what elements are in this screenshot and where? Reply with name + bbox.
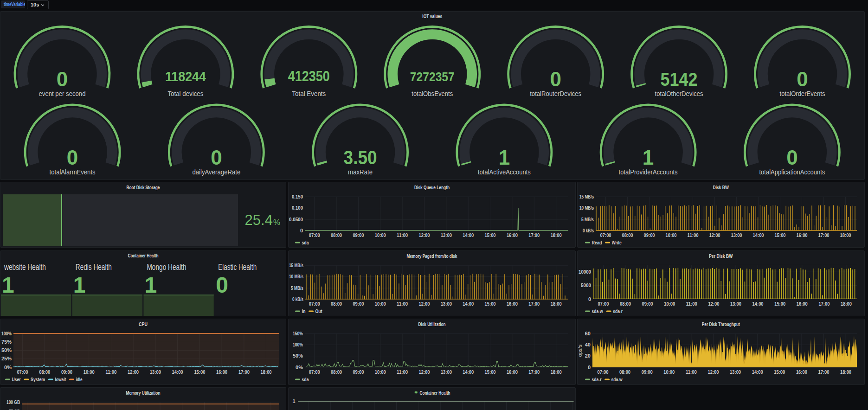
svg-text:website Health: website Health <box>4 263 46 272</box>
svg-text:11:00: 11:00 <box>397 301 408 307</box>
svg-text:11:00: 11:00 <box>105 369 116 375</box>
svg-text:10:00: 10:00 <box>663 369 675 375</box>
svg-text:14:00: 14:00 <box>463 369 474 375</box>
svg-text:0.0500: 0.0500 <box>289 217 303 222</box>
svg-text:0: 0 <box>57 68 68 90</box>
svg-text:0.100: 0.100 <box>292 205 303 211</box>
svg-text:17:00: 17:00 <box>238 369 250 375</box>
svg-text:totalActiveAccounts: totalActiveAccounts <box>478 168 531 176</box>
svg-text:Disk Utilization: Disk Utilization <box>418 321 445 327</box>
svg-text:0: 0 <box>300 228 302 233</box>
svg-text:1: 1 <box>499 146 510 169</box>
svg-text:sda-w: sda-w <box>611 377 623 382</box>
svg-text:3.50: 3.50 <box>344 147 377 168</box>
svg-text:15:00: 15:00 <box>484 301 495 307</box>
svg-text:50%: 50% <box>1 347 12 353</box>
svg-text:13:00: 13:00 <box>150 369 161 375</box>
svg-text:14:00: 14:00 <box>172 369 183 375</box>
svg-text:11:00: 11:00 <box>397 369 408 375</box>
svg-text:Per Disk Throughput: Per Disk Throughput <box>702 321 740 327</box>
svg-text:09:00: 09:00 <box>642 301 653 307</box>
svg-text:Total Events: Total Events <box>292 90 326 97</box>
svg-text:40: 40 <box>585 342 591 347</box>
svg-text:Per Disk BW: Per Disk BW <box>709 253 733 259</box>
svg-text:Write: Write <box>612 240 622 245</box>
svg-text:10 MB/s: 10 MB/s <box>289 274 303 279</box>
svg-text:maxRate: maxRate <box>348 168 373 176</box>
svg-text:In: In <box>302 308 305 314</box>
svg-text:totalRouterDevices: totalRouterDevices <box>530 90 581 97</box>
svg-text:1: 1 <box>292 398 295 404</box>
svg-text:Mongo Health: Mongo Health <box>147 263 186 272</box>
svg-text:412350: 412350 <box>288 68 330 84</box>
svg-text:Container Health: Container Health <box>128 253 159 258</box>
svg-text:totalObsEvents: totalObsEvents <box>411 90 453 97</box>
svg-text:15:00: 15:00 <box>774 301 785 307</box>
svg-text:07:00: 07:00 <box>17 369 28 375</box>
svg-text:11:00: 11:00 <box>686 369 697 375</box>
svg-text:10:00: 10:00 <box>84 369 95 375</box>
svg-text:08:00: 08:00 <box>39 369 50 375</box>
svg-text:10:00: 10:00 <box>664 301 675 307</box>
svg-text:15:00: 15:00 <box>775 232 786 238</box>
svg-text:07:00: 07:00 <box>600 232 611 238</box>
svg-text:16:00: 16:00 <box>216 369 227 375</box>
svg-text:1: 1 <box>643 146 654 169</box>
svg-text:7272357: 7272357 <box>410 70 455 84</box>
svg-text:Root Disk Storage: Root Disk Storage <box>127 185 160 190</box>
svg-text:0: 0 <box>588 296 591 302</box>
svg-text:1: 1 <box>73 273 86 297</box>
svg-text:0: 0 <box>211 146 222 169</box>
svg-text:0: 0 <box>216 273 228 297</box>
svg-text:Memory Paged from/to disk: Memory Paged from/to disk <box>406 253 457 259</box>
svg-text:25.4%: 25.4% <box>245 212 280 228</box>
svg-text:12:00: 12:00 <box>418 232 430 238</box>
svg-text:0: 0 <box>67 146 78 169</box>
svg-text:0: 0 <box>550 68 561 90</box>
svg-text:System: System <box>31 377 45 382</box>
svg-text:10000: 10000 <box>579 269 591 275</box>
svg-text:totalOtherDevices: totalOtherDevices <box>655 90 703 97</box>
svg-text:12:00: 12:00 <box>418 369 430 375</box>
svg-text:18:00: 18:00 <box>261 369 272 375</box>
svg-text:07:00: 07:00 <box>598 301 609 307</box>
svg-text:20: 20 <box>585 353 591 359</box>
svg-text:09:00: 09:00 <box>61 369 72 375</box>
svg-text:13:00: 13:00 <box>730 369 741 375</box>
svg-text:12:00: 12:00 <box>128 369 139 375</box>
svg-text:60: 60 <box>585 331 591 336</box>
svg-text:15 MB/s: 15 MB/s <box>579 194 594 199</box>
svg-text:5 MB/s: 5 MB/s <box>291 285 303 291</box>
svg-text:Memory Utilization: Memory Utilization <box>126 390 161 396</box>
svg-text:75 GB: 75 GB <box>9 409 20 410</box>
svg-text:14:00: 14:00 <box>463 232 474 238</box>
svg-text:17:00: 17:00 <box>528 232 540 238</box>
svg-text:5142: 5142 <box>661 69 698 90</box>
svg-text:15:00: 15:00 <box>484 369 495 375</box>
svg-text:14:00: 14:00 <box>463 301 474 307</box>
svg-text:11:00: 11:00 <box>397 232 408 238</box>
svg-text:17:00: 17:00 <box>528 301 540 307</box>
svg-text:12:00: 12:00 <box>709 232 720 238</box>
svg-text:12:00: 12:00 <box>708 369 719 375</box>
svg-text:25%: 25% <box>1 356 12 361</box>
svg-text:11:00: 11:00 <box>688 232 699 238</box>
svg-text:75%: 75% <box>1 339 12 345</box>
svg-text:100 GB: 100 GB <box>6 399 20 404</box>
svg-text:08:00: 08:00 <box>331 232 342 238</box>
svg-text:100%: 100% <box>293 342 303 347</box>
svg-text:0.150: 0.150 <box>292 194 303 199</box>
svg-text:totalApplicationAccounts: totalApplicationAccounts <box>759 168 825 176</box>
svg-text:0: 0 <box>588 365 591 370</box>
svg-text:User: User <box>12 377 21 382</box>
svg-text:13:00: 13:00 <box>730 301 741 307</box>
svg-text:17:00: 17:00 <box>818 301 829 307</box>
svg-text:18:00: 18:00 <box>550 232 561 238</box>
svg-text:0 kB/s: 0 kB/s <box>292 296 303 302</box>
svg-text:Container Health: Container Health <box>419 390 450 396</box>
svg-text:16:00: 16:00 <box>797 301 808 307</box>
svg-text:07:00: 07:00 <box>309 232 320 238</box>
svg-text:12:00: 12:00 <box>418 301 430 307</box>
svg-text:CPU: CPU <box>139 321 148 327</box>
svg-text:10:00: 10:00 <box>666 232 677 238</box>
